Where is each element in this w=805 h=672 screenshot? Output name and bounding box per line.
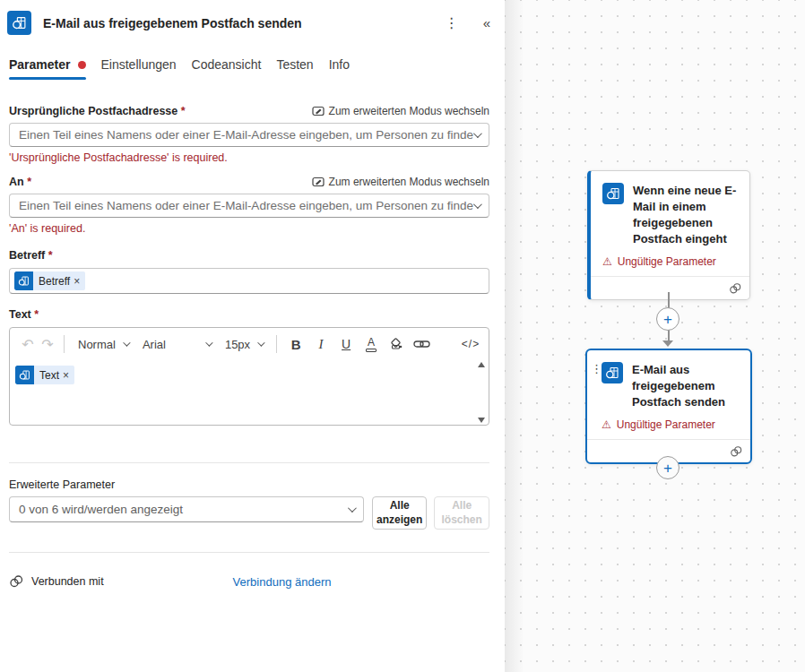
editor-toolbar: ↶ ↷ Normal Arial 15px B I U: [10, 328, 489, 360]
collapse-panel-icon[interactable]: «: [483, 16, 490, 30]
to-combobox[interactable]: [9, 194, 489, 218]
font-family-value: Arial: [143, 338, 166, 351]
highlight-color-icon[interactable]: [386, 333, 406, 355]
font-size-value: 15px: [225, 338, 250, 351]
font-family-dropdown[interactable]: Arial: [135, 338, 218, 351]
scroll-up-icon[interactable]: [478, 362, 485, 367]
toolbar-divider: [64, 335, 65, 353]
chevron-down-icon: [348, 504, 357, 513]
connection-icon[interactable]: [730, 445, 742, 458]
chevron-down-icon: [123, 339, 130, 346]
trigger-node[interactable]: Wenn eine neue E-Mail in einem freigegeb…: [587, 170, 750, 300]
connected-with-label: Verbunden mit: [31, 575, 104, 588]
subject-token[interactable]: Betreff ×: [14, 271, 85, 290]
section-divider: [9, 462, 489, 463]
link-icon[interactable]: [411, 333, 431, 355]
editor-scrollbar[interactable]: [475, 362, 488, 423]
original-mailbox-label: Ursprüngliche Postfachadresse *: [9, 105, 186, 117]
chevron-down-icon[interactable]: [473, 200, 482, 209]
insert-step-button[interactable]: +: [656, 307, 679, 331]
advanced-params-value: 0 von 6 wird/werden angezeigt: [19, 503, 348, 516]
font-color-letter: A: [368, 337, 375, 348]
action-node-warning: ⚠ Ungültige Parameter: [587, 414, 750, 439]
italic-icon[interactable]: I: [311, 333, 331, 355]
trigger-node-title: Wenn eine neue E-Mail in einem freigegeb…: [633, 183, 739, 247]
chevron-down-icon[interactable]: [473, 129, 482, 138]
tab-testen[interactable]: Testen: [276, 57, 313, 80]
field-to: An * Zum erweiterten Modus wechseln 'An'…: [9, 176, 489, 235]
underline-icon[interactable]: U: [336, 333, 356, 355]
trigger-node-footer: [591, 276, 749, 299]
connection-icon[interactable]: [729, 282, 741, 295]
tab-bar: Parameter Einstellungen Codeansicht Test…: [0, 57, 505, 80]
connector-arrow-icon: [662, 340, 673, 347]
rich-text-editor: ↶ ↷ Normal Arial 15px B I U: [9, 327, 489, 426]
tab-info-label: Info: [329, 57, 350, 72]
tab-error-dot: [78, 61, 86, 69]
advanced-mode-label: Zum erweiterten Modus wechseln: [329, 105, 489, 117]
clear-all-button: Alle löschen: [434, 496, 489, 530]
field-original-mailbox: Ursprüngliche Postfachadresse * Zum erwe…: [9, 105, 489, 164]
paragraph-style-dropdown[interactable]: Normal: [71, 338, 135, 351]
add-step-button[interactable]: +: [656, 456, 679, 479]
advanced-mode-toggle[interactable]: Zum erweiterten Modus wechseln: [312, 105, 489, 117]
warning-icon: ⚠: [602, 256, 612, 267]
chevron-down-icon: [205, 339, 212, 346]
advanced-params-dropdown[interactable]: 0 von 6 wird/werden angezeigt: [9, 496, 364, 522]
subject-label: Betreff *: [9, 249, 53, 262]
tab-parameter-label: Parameter: [9, 57, 71, 72]
redo-icon[interactable]: ↷: [38, 333, 57, 355]
scroll-down-icon[interactable]: [478, 418, 485, 423]
original-mailbox-input[interactable]: [19, 128, 473, 142]
tab-einstellungen-label: Einstellungen: [101, 57, 177, 72]
advanced-mode-toggle-to[interactable]: Zum erweiterten Modus wechseln: [312, 176, 489, 188]
warning-icon: ⚠: [602, 419, 611, 430]
show-all-button[interactable]: Alle anzeigen: [372, 496, 428, 530]
original-mailbox-error: 'Ursprüngliche Postfachadresse' is requi…: [9, 151, 489, 164]
outlook-icon: [602, 362, 623, 383]
tab-parameter[interactable]: Parameter: [9, 57, 86, 80]
body-token[interactable]: Text ×: [15, 366, 74, 384]
outlook-icon: [602, 183, 624, 204]
panel-header: E-Mail aus freigegebenem Postfach senden…: [0, 0, 505, 35]
body-token-label: Text: [34, 369, 62, 382]
subject-input[interactable]: Betreff ×: [9, 268, 489, 294]
tab-codeansicht-label: Codeansicht: [192, 57, 262, 72]
to-input[interactable]: [19, 199, 473, 212]
action-warning-label: Ungültige Parameter: [617, 418, 715, 431]
remove-token-icon[interactable]: ×: [73, 275, 85, 288]
bold-icon[interactable]: B: [286, 333, 306, 355]
font-size-dropdown[interactable]: 15px: [218, 338, 270, 351]
font-color-bar: [366, 349, 377, 352]
tab-info[interactable]: Info: [329, 57, 350, 80]
remove-token-icon[interactable]: ×: [62, 369, 74, 382]
undo-icon[interactable]: ↶: [18, 333, 38, 355]
original-mailbox-combobox[interactable]: [9, 123, 489, 147]
outlook-icon: [14, 271, 33, 290]
code-view-icon[interactable]: </>: [461, 333, 480, 355]
advanced-mode-label: Zum erweiterten Modus wechseln: [329, 176, 489, 188]
panel-title: E-Mail aus freigegebenem Postfach senden: [43, 16, 445, 30]
action-node[interactable]: ⋮ E-Mail aus freigegebenem Postfach send…: [585, 349, 752, 464]
action-node-title: E-Mail aus freigegebenem Postfach senden: [632, 362, 740, 410]
trigger-warning-label: Ungültige Parameter: [618, 255, 716, 268]
change-connection-link[interactable]: Verbindung ändern: [233, 575, 332, 589]
chevron-down-icon: [257, 339, 264, 346]
advanced-mode-icon: [312, 176, 325, 188]
tab-codeansicht[interactable]: Codeansicht: [192, 57, 262, 80]
tab-einstellungen[interactable]: Einstellungen: [101, 57, 177, 80]
font-color-icon[interactable]: A: [361, 333, 381, 355]
body-label: Text *: [9, 308, 39, 321]
editor-content[interactable]: Text ×: [10, 360, 489, 425]
section-divider: [9, 552, 489, 553]
advanced-mode-icon: [312, 105, 325, 117]
toolbar-divider: [276, 335, 277, 353]
advanced-params-label: Erweiterte Parameter: [9, 478, 489, 491]
node-menu-icon[interactable]: ⋮: [591, 362, 602, 375]
more-menu-icon[interactable]: ⋮: [445, 16, 459, 30]
outlook-icon: [15, 366, 34, 384]
connection-row: Verbunden mit Verbindung ändern: [9, 574, 489, 589]
paragraph-style-value: Normal: [78, 338, 116, 351]
connection-icon: [9, 574, 23, 589]
flow-canvas[interactable]: Wenn eine neue E-Mail in einem freigegeb…: [505, 0, 805, 672]
